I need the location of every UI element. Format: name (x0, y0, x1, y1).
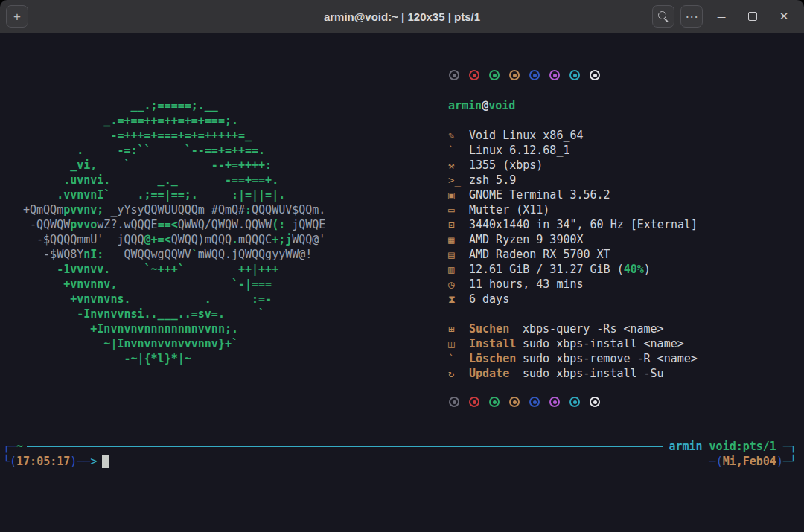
time-paren-open: ( (10, 454, 16, 469)
search-icon: ⊞ (448, 321, 469, 336)
info-value: 3440x1440 in 34", 60 Hz [External] (469, 217, 698, 232)
palette-dot-inner (553, 400, 557, 404)
ascii-art-line: -~|{*l}*|~ (23, 351, 325, 366)
ascii-art-segment: jQWQE (292, 218, 325, 231)
prompt-date: Mi,Feb04 (723, 454, 776, 469)
prompt-session: void:pts/1 (709, 439, 776, 454)
at-separator: @ (482, 99, 488, 112)
install-icon: ◫ (448, 336, 469, 351)
palette-dot-blue (529, 70, 540, 80)
palette-dot-black (449, 70, 459, 80)
ascii-art-segment: pvvo (70, 218, 97, 231)
palette-dot-inner (473, 74, 476, 77)
ascii-art-segment: +vnvnvns. . :=- (23, 292, 272, 306)
ascii-art-line: .uvnvi. _._ -==+==+. (23, 173, 325, 188)
new-tab-button[interactable]: + (6, 5, 28, 28)
command-text: sudo xbps-install <name> (523, 336, 684, 351)
date-paren-close: ) (776, 454, 783, 469)
palette-dot-white (590, 70, 600, 80)
date-paren-open: ( (716, 454, 723, 469)
info-row-kernel: `Linux 6.12.68_1 (448, 143, 698, 158)
ascii-art-segment: _.=+==++=++=+=+===;. (23, 114, 238, 127)
info-value: Mutter (X11) (469, 202, 549, 217)
kernel-icon: ` (448, 143, 469, 158)
package-commands-list: ⊞Suchenxbps-query -Rs <name>◫Installsudo… (448, 321, 698, 381)
wm-icon: ▭ (448, 202, 469, 217)
palette-dot-yellow (509, 70, 520, 80)
prompt-user: armin (669, 439, 702, 454)
palette-dot-black (449, 397, 459, 407)
ascii-art-line: _vi, ` --+=++++: (23, 158, 325, 173)
remove-icon: ` (448, 351, 469, 366)
packages-icon: ⚒ (448, 158, 469, 173)
search-icon (658, 11, 669, 22)
palette-dot-inner (493, 74, 497, 77)
palette-dot-inner (533, 74, 537, 77)
ascii-art-segment: -QQWQW (23, 218, 70, 231)
minimize-button[interactable]: ─ (709, 5, 734, 28)
command-label: Suchen (469, 321, 523, 336)
info-row-cpu: ▦AMD Ryzen 9 3900X (448, 232, 698, 247)
color-palette-row-bottom (449, 397, 600, 407)
terminal-cursor[interactable] (102, 455, 109, 468)
prompt-cwd: ~ (16, 439, 23, 454)
info-value: AMD Radeon RX 5700 XT (469, 247, 610, 262)
info-value: Void Linux x86_64 (469, 128, 584, 143)
palette-dot-inner (493, 400, 497, 404)
ascii-art-segment: +Invnvnvnnnnnnnnvvnn;. (23, 322, 238, 336)
command-label: Install (469, 336, 523, 351)
palette-dot-inner (513, 400, 517, 404)
ascii-art-segment: . (232, 233, 238, 246)
close-button[interactable]: ✕ (771, 5, 797, 28)
palette-dot-white (590, 397, 600, 407)
palette-dot-inner (453, 74, 456, 77)
ascii-art-line: __.;=====;.__ (23, 98, 325, 113)
ascii-art-segment: QWQQ)mQQQ (171, 233, 232, 246)
ascii-art-segment: : (245, 203, 252, 217)
ascii-art-segment: . -=:`` `--==+=++==. (23, 144, 265, 157)
palette-dot-red (469, 397, 479, 407)
ascii-art-segment: @+=< (144, 233, 171, 246)
search-button[interactable] (652, 5, 674, 28)
palette-dot-inner (473, 400, 476, 404)
color-palette-row-top (449, 70, 600, 80)
ascii-art-segment: .uvnvi. _._ -==+==+. (23, 173, 278, 187)
ascii-art-segment: ~|Invnvnvvnvvvnnv}+` (23, 337, 238, 350)
terminal-content[interactable]: armin@void __.;=====;.__ _.=+==++=++=+=+… (0, 33, 804, 532)
shell-icon: >_ (448, 173, 469, 188)
command-row-search: ⊞Suchenxbps-query -Rs <name> (448, 321, 698, 336)
palette-dot-inner (513, 74, 517, 77)
ascii-art-segment: wZ?.wQQQE (97, 218, 157, 231)
info-value-segment: 12.61 GiB / 31.27 GiB ( (469, 262, 624, 277)
palette-dot-inner (573, 74, 577, 77)
ascii-art-line: -Invnvvnsi..___..=sv=. ` (23, 307, 325, 321)
palette-dot-inner (593, 400, 597, 404)
ascii-art-line: -$WQ8YnI: QWQQwgQQWV`mWQQ.jQWQQgyyWW@! (23, 247, 325, 262)
info-value: 1355 (xbps) (469, 158, 543, 173)
ascii-art-segment: +QmQQm (23, 203, 63, 217)
palette-dot-yellow (509, 397, 520, 407)
info-value: 11 hours, 43 mins (469, 277, 584, 292)
void-ascii-logo: __.;=====;.__ _.=+==++=++=+=+===;. -=+++… (23, 98, 325, 366)
ascii-art-segment: mQQQC (238, 233, 272, 246)
ascii-art-segment: -1vvnvv. `~+++` ++|+++ (23, 263, 278, 276)
command-label: Löschen (469, 351, 523, 366)
command-row-install: ◫Installsudo xbps-install <name> (448, 336, 698, 351)
maximize-button[interactable] (740, 5, 765, 28)
prompt-line-bottom: └(17:05:17)──> ─(Mi,Feb04)─┘ (3, 454, 797, 469)
prompt-corner-bottom-right: ─┘ (783, 454, 797, 469)
menu-button[interactable]: ⋯ (680, 5, 703, 28)
prompt-corner-top-right: ─┐ (783, 439, 797, 454)
ascii-art-segment: QQQWUV$QQm. (252, 203, 325, 217)
palette-dot-green (489, 70, 500, 80)
ascii-art-segment: mWQQ.jQWQQgyyWW@! (198, 248, 313, 261)
ascii-art-line: . -=:`` `--==+=++==. (23, 143, 325, 158)
username: armin (448, 99, 482, 112)
info-value: GNOME Terminal 3.56.2 (469, 188, 610, 202)
terminal-icon: ▣ (448, 188, 469, 202)
info-row-os-age: ⧗6 days (448, 292, 698, 307)
palette-dot-inner (533, 400, 537, 404)
os-icon: ✎ (448, 128, 469, 143)
ascii-art-line: -QQWQWpvvowZ?.wQQQE==<QWWQ/QWQW.QQWW(: j… (23, 217, 325, 232)
info-value: AMD Ryzen 9 3900X (469, 232, 584, 247)
